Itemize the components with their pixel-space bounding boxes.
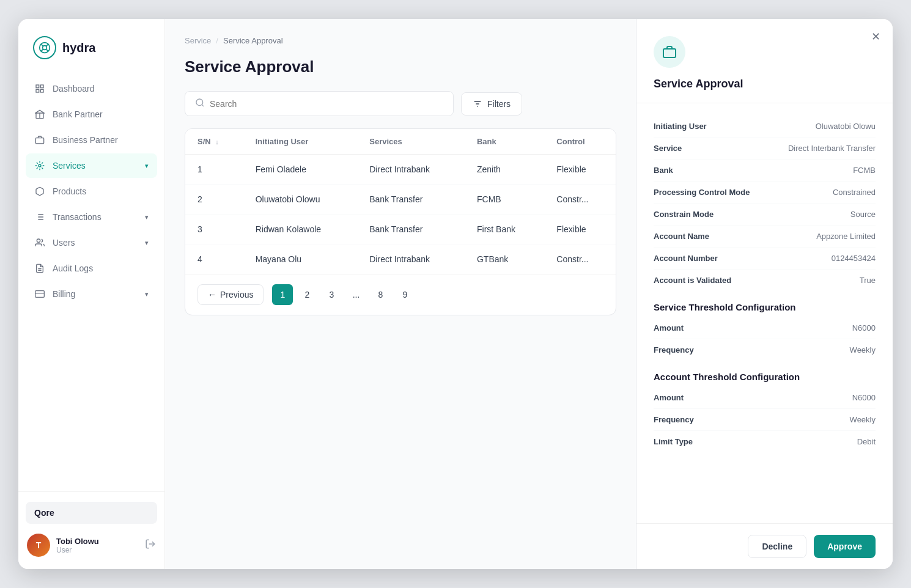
svg-point-18 — [196, 99, 203, 106]
close-button[interactable]: ✕ — [871, 30, 880, 43]
detail-value: FCMB — [853, 166, 876, 175]
search-input[interactable] — [210, 99, 443, 109]
search-box — [185, 91, 454, 116]
svg-point-1 — [43, 46, 47, 50]
table-row[interactable]: 1 Femi Oladele Direct Intrabank Zenith F… — [185, 155, 616, 185]
sidebar-item-billing[interactable]: Billing ▾ — [26, 282, 157, 306]
account-threshold-title: Account Threshold Configuration — [654, 372, 876, 382]
filter-button[interactable]: Filters — [461, 92, 522, 116]
detail-label: Frequency — [654, 415, 694, 424]
detail-row: Processing Control Mode Constrained — [654, 182, 876, 204]
sidebar-item-dashboard[interactable]: Dashboard — [26, 76, 157, 101]
table-row[interactable]: 2 Oluwatobi Olowu Bank Transfer FCMB Con… — [185, 185, 616, 215]
sidebar-item-bank-partner[interactable]: Bank Partner — [26, 102, 157, 127]
detail-value: Debit — [857, 437, 876, 446]
svg-rect-23 — [663, 49, 676, 57]
sidebar: hydra Dashboard Bank Partner Business Pa… — [18, 19, 165, 569]
page-btn-9[interactable]: 9 — [394, 284, 415, 305]
user-info: Tobi Olowu User — [56, 537, 139, 554]
sidebar-label-bank-partner: Bank Partner — [53, 109, 103, 119]
detail-value: Appzone Limited — [816, 232, 876, 241]
products-icon — [34, 186, 45, 197]
detail-panel: ✕ Service Approval Initiating User Oluwa… — [636, 19, 893, 569]
services-chevron: ▾ — [145, 162, 149, 170]
sidebar-item-users[interactable]: Users ▾ — [26, 230, 157, 255]
svg-line-2 — [41, 44, 43, 46]
cell-user: Oluwatobi Olowu — [243, 185, 358, 215]
svg-rect-8 — [36, 89, 39, 92]
cell-user: Ridwan Kolawole — [243, 215, 358, 244]
detail-row: Service Direct Interbank Transfer — [654, 138, 876, 160]
logout-button[interactable] — [145, 538, 156, 553]
page-btn-8[interactable]: 8 — [370, 284, 391, 305]
cell-bank: GTBank — [465, 244, 544, 274]
svg-line-3 — [46, 49, 48, 51]
users-icon — [34, 237, 45, 248]
detail-row: Frequency Weekly — [654, 339, 876, 361]
page-btn-1[interactable]: 1 — [272, 284, 293, 305]
detail-value: Weekly — [850, 345, 876, 355]
detail-row: Bank FCMB — [654, 160, 876, 182]
detail-row: Frequency Weekly — [654, 409, 876, 431]
panel-footer: Decline Approve — [636, 523, 893, 569]
sidebar-label-audit-logs: Audit Logs — [53, 263, 93, 273]
sidebar-item-audit-logs[interactable]: Audit Logs — [26, 256, 157, 281]
avatar: T — [27, 534, 50, 557]
sidebar-item-business-partner[interactable]: Business Partner — [26, 128, 157, 152]
table-row[interactable]: 3 Ridwan Kolawole Bank Transfer First Ba… — [185, 215, 616, 244]
svg-rect-15 — [35, 291, 45, 298]
detail-value: Constrained — [833, 188, 876, 197]
cell-control: Constr... — [544, 244, 616, 274]
app-name: hydra — [62, 41, 95, 55]
sidebar-label-products: Products — [53, 186, 86, 196]
cell-service: Direct Intrabank — [357, 155, 465, 185]
detail-row: Amount N6000 — [654, 317, 876, 339]
detail-value: Source — [850, 210, 876, 219]
panel-body: Initiating User Oluwatobi Olowu Service … — [636, 103, 893, 523]
billing-chevron: ▾ — [145, 290, 149, 298]
bank-icon — [34, 109, 45, 120]
cell-service: Direct Intrabank — [357, 244, 465, 274]
cell-service: Bank Transfer — [357, 215, 465, 244]
detail-label: Processing Control Mode — [654, 188, 750, 197]
detail-label: Amount — [654, 393, 684, 402]
approve-button[interactable]: Approve — [814, 535, 876, 558]
cell-control: Flexible — [544, 155, 616, 185]
detail-label: Bank — [654, 166, 673, 175]
decline-button[interactable]: Decline — [748, 535, 806, 558]
detail-row: Account Number 0124453424 — [654, 248, 876, 270]
prev-button[interactable]: ← Previous — [197, 284, 264, 305]
detail-row: Constrain Mode Source — [654, 204, 876, 226]
cell-bank: FCMB — [465, 185, 544, 215]
th-sn[interactable]: S/N ↓ — [185, 129, 243, 155]
detail-value: 0124453424 — [832, 254, 876, 263]
cell-service: Bank Transfer — [357, 185, 465, 215]
page-btn-2[interactable]: 2 — [297, 284, 317, 305]
cell-control: Flexible — [544, 215, 616, 244]
detail-label: Service — [654, 144, 682, 153]
th-user: Initiating User — [243, 129, 358, 155]
breadcrumb-parent[interactable]: Service — [185, 36, 211, 45]
user-role: User — [56, 546, 139, 554]
page-btn-3[interactable]: 3 — [321, 284, 342, 305]
table-row[interactable]: 4 Mayana Olu Direct Intrabank GTBank Con… — [185, 244, 616, 274]
search-icon — [195, 98, 205, 109]
sidebar-item-transactions[interactable]: Transactions ▾ — [26, 205, 157, 229]
detail-label: Account Name — [654, 232, 709, 241]
services-icon — [34, 160, 45, 171]
sidebar-item-services[interactable]: Services ▾ — [26, 153, 157, 178]
table-toolbar: Filters — [185, 91, 616, 116]
pagination: ← Previous 1 2 3 ... 8 9 — [185, 274, 616, 315]
breadcrumb: Service / Service Approval — [185, 36, 616, 45]
prev-arrow: ← — [208, 290, 216, 300]
service-threshold-title: Service Threshold Configuration — [654, 302, 876, 312]
qore-badge: Qore — [26, 502, 157, 524]
sidebar-item-products[interactable]: Products — [26, 179, 157, 204]
detail-label: Account is Validated — [654, 276, 731, 285]
detail-label: Initiating User — [654, 122, 707, 131]
svg-rect-6 — [36, 85, 39, 88]
cell-sn: 1 — [185, 155, 243, 185]
th-control: Control — [544, 129, 616, 155]
th-bank: Bank — [465, 129, 544, 155]
data-table: S/N ↓ Initiating User Services Bank Cont… — [185, 129, 616, 274]
